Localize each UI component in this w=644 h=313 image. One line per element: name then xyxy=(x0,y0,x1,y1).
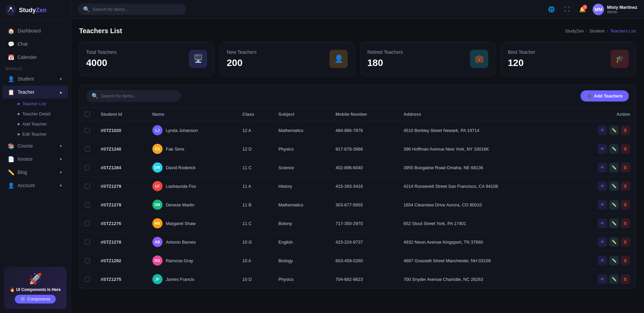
row-select-checkbox[interactable] xyxy=(85,184,90,189)
translate-icon[interactable]: 🌐 xyxy=(546,4,557,15)
row-avatar: LF xyxy=(152,181,163,191)
sub-item-teacher-list[interactable]: Teacher List xyxy=(12,99,68,109)
row-student-id: #STZ1279 xyxy=(95,196,147,214)
sidebar-item-course[interactable]: 📚 Course ▼ xyxy=(3,139,68,152)
row-checkbox xyxy=(79,196,95,214)
row-student-id: #STZ1276 xyxy=(95,214,147,233)
row-subject: Botony xyxy=(273,214,330,233)
edit-button[interactable]: ✏️ xyxy=(609,163,619,172)
sidebar-item-dashboard[interactable]: 🏠 Dashboard xyxy=(3,24,68,37)
sub-item-teacher-detail[interactable]: Teacher Detail xyxy=(12,109,68,119)
sidebar-item-chat[interactable]: 💬 Chat xyxy=(3,38,68,50)
view-button[interactable]: 👁 xyxy=(598,126,607,135)
add-teachers-button[interactable]: ➕ Add Teachers xyxy=(580,90,629,102)
stat-label: Retired Teachers xyxy=(367,49,403,55)
notification-badge: 2 xyxy=(583,5,587,9)
row-checkbox xyxy=(79,233,95,251)
delete-button[interactable]: 🗑 xyxy=(621,181,630,191)
row-class: 11 C xyxy=(237,214,273,233)
row-class: 12 A xyxy=(237,121,273,140)
delete-button[interactable]: 🗑 xyxy=(621,237,630,247)
sidebar-item-teacher[interactable]: 📋 Teacher ▲ xyxy=(3,86,68,98)
svg-point-0 xyxy=(5,5,16,16)
search-box[interactable]: 🔍 xyxy=(78,4,186,15)
row-name-cell: DR David Roderick xyxy=(147,158,237,177)
delete-button[interactable]: 🗑 xyxy=(621,256,630,265)
notification-icon[interactable]: 🔔 2 xyxy=(577,4,588,15)
view-button[interactable]: 👁 xyxy=(598,237,607,247)
edit-button[interactable]: ✏️ xyxy=(609,200,619,209)
row-avatar: JF xyxy=(152,274,163,284)
dot-icon xyxy=(18,103,20,105)
edit-button[interactable]: ✏️ xyxy=(609,237,619,247)
delete-button[interactable]: 🗑 xyxy=(621,126,630,135)
logo-study: Study xyxy=(19,7,36,14)
table-search-input[interactable] xyxy=(101,93,175,98)
edit-button[interactable]: ✏️ xyxy=(609,219,619,228)
chevron-down-icon: ▼ xyxy=(59,157,63,161)
logo[interactable]: StudyZen xyxy=(0,0,71,21)
row-name: Lynda Johanson xyxy=(166,128,198,133)
search-input[interactable] xyxy=(93,7,180,12)
row-select-checkbox[interactable] xyxy=(85,240,90,245)
search-icon: 🔍 xyxy=(83,6,90,13)
sidebar-item-blog[interactable]: ✏️ Blog ▼ xyxy=(3,166,68,179)
view-button[interactable]: 👁 xyxy=(598,219,607,228)
sidebar-item-student[interactable]: 👤 Student ▼ xyxy=(3,72,68,85)
row-select-checkbox[interactable] xyxy=(85,165,90,170)
row-select-checkbox[interactable] xyxy=(85,202,90,207)
row-student-id: #STZ1275 xyxy=(95,270,147,289)
view-button[interactable]: 👁 xyxy=(598,181,607,191)
row-mobile: 402-896-6040 xyxy=(330,158,398,177)
sub-item-edit-teacher[interactable]: Edit Teacher xyxy=(12,129,68,139)
row-actions: 👁 ✏️ 🗑 xyxy=(566,196,636,214)
row-select-checkbox[interactable] xyxy=(85,258,90,263)
table-row: #STZ1020 LJ Lynda Johanson 12 A Mathemat… xyxy=(79,121,636,140)
row-actions: 👁 ✏️ 🗑 xyxy=(566,121,636,140)
edit-button[interactable]: ✏️ xyxy=(609,181,619,191)
row-subject: Mathematics xyxy=(273,196,330,214)
sub-item-add-teacher[interactable]: Add Teacher xyxy=(12,119,68,129)
fullscreen-icon[interactable]: ⛶ xyxy=(562,4,572,15)
row-name-cell: RG Ramona Gray xyxy=(147,251,237,270)
edit-button[interactable]: ✏️ xyxy=(609,144,619,154)
view-button[interactable]: 👁 xyxy=(598,256,607,265)
user-info[interactable]: MM Misty Martinez Admin xyxy=(593,4,637,15)
view-button[interactable]: 👁 xyxy=(598,274,607,284)
edit-button[interactable]: ✏️ xyxy=(609,256,619,265)
row-select-checkbox[interactable] xyxy=(85,221,90,226)
row-avatar: LJ xyxy=(152,125,163,135)
edit-button[interactable]: ✏️ xyxy=(609,126,619,135)
row-avatar: RG xyxy=(152,255,163,266)
sidebar-item-calender[interactable]: 📅 Calender xyxy=(3,51,68,64)
stat-info: New Teachers 200 xyxy=(227,49,256,68)
col-mobile: Mobile Number xyxy=(330,108,398,121)
row-avatar: DR xyxy=(152,162,163,173)
delete-button[interactable]: 🗑 xyxy=(621,163,630,172)
view-button[interactable]: 👁 xyxy=(598,144,607,154)
delete-button[interactable]: 🗑 xyxy=(621,219,630,228)
delete-button[interactable]: 🗑 xyxy=(621,200,630,209)
sidebar-item-invoice[interactable]: 📄 Invoice ▼ xyxy=(3,153,68,165)
sidebar-item-label: Chat xyxy=(18,41,28,47)
edit-button[interactable]: ✏️ xyxy=(609,274,619,284)
delete-button[interactable]: 🗑 xyxy=(621,144,630,154)
row-select-checkbox[interactable] xyxy=(85,277,90,282)
row-actions: 👁 ✏️ 🗑 xyxy=(566,214,636,233)
delete-button[interactable]: 🗑 xyxy=(621,274,630,284)
view-button[interactable]: 👁 xyxy=(598,200,607,209)
stat-icon-best: 🎓 xyxy=(611,50,629,68)
row-select-checkbox[interactable] xyxy=(85,147,90,152)
select-all-checkbox[interactable] xyxy=(85,112,90,117)
chevron-down-icon: ▼ xyxy=(59,144,63,148)
sidebar-item-account[interactable]: 👤 Account ▼ xyxy=(3,179,68,192)
promo-title: 🔥 UI Components Is Here xyxy=(8,287,63,292)
view-button[interactable]: 👁 xyxy=(598,163,607,172)
breadcrumb-student: Student xyxy=(589,28,604,33)
sub-item-label: Teacher Detail xyxy=(22,111,50,116)
row-select-checkbox[interactable] xyxy=(85,128,90,133)
row-address: 4687 Grasselli Street Manchester, NH 031… xyxy=(398,251,566,270)
blog-icon: ✏️ xyxy=(8,169,14,175)
table-search-box[interactable]: 🔍 xyxy=(86,90,181,102)
promo-button[interactable]: ⚙️ Components xyxy=(15,295,56,304)
